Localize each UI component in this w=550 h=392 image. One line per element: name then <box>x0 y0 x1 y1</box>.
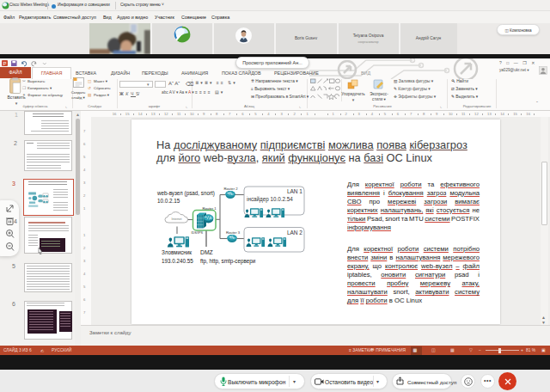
svg-text:інсайдер 10.0.2.54: інсайдер 10.0.2.54 <box>247 196 293 203</box>
svg-text:web-вузел (psad, snort): web-вузел (psad, snort) <box>156 190 215 197</box>
svg-text:193.0.240.55: 193.0.240.55 <box>162 258 193 264</box>
svg-text:ftp, http, smtp-сервери: ftp, http, smtp-сервери <box>200 258 256 265</box>
svg-text:DMZ: DMZ <box>200 249 213 255</box>
svg-text:LAN 1: LAN 1 <box>287 188 302 194</box>
svg-text:10.0.2.15: 10.0.2.15 <box>157 198 180 204</box>
svg-text:P: P <box>3 61 6 66</box>
svg-text:Зловмисник: Зловмисник <box>162 249 192 255</box>
svg-text:LAN 2: LAN 2 <box>287 230 302 236</box>
svg-text:Router 3: Router 3 <box>226 230 241 235</box>
svg-text:Internet: Internet <box>171 217 181 221</box>
svg-text:Router 2: Router 2 <box>223 187 238 191</box>
svg-text:Router 1: Router 1 <box>202 206 217 211</box>
svg-text:IDS/IPS: IDS/IPS <box>192 231 204 235</box>
